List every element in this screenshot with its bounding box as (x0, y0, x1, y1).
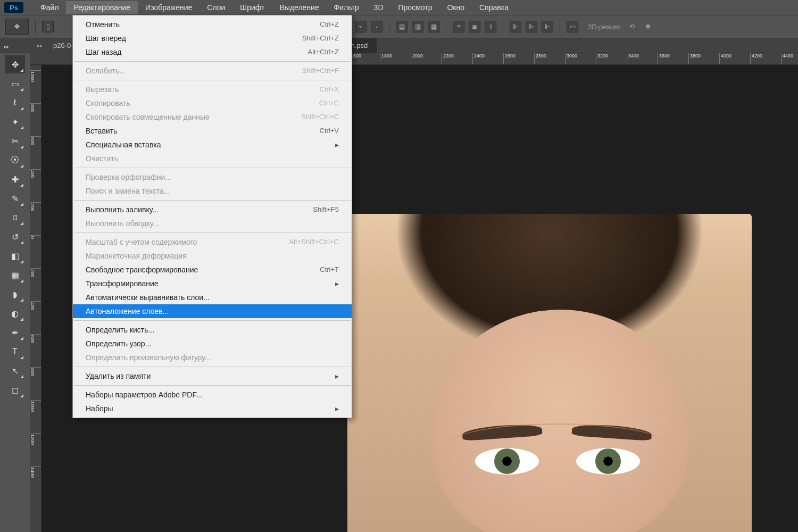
menu-item-shortcut: Alt+Ctrl+Z (307, 48, 339, 56)
menu-item[interactable]: Наборы параметров Adobe PDF... (73, 388, 352, 402)
panel-toggle-icon[interactable]: ▸▸ (0, 41, 13, 51)
menu-item: Поиск и замена текста... (73, 184, 352, 198)
menu-item[interactable]: Удалить из памяти (73, 369, 352, 383)
ruler-tick: 3800 (688, 53, 701, 65)
menu-item-label: Марионеточная деформация (86, 252, 187, 260)
menu-item[interactable]: Определить кисть... (73, 323, 352, 337)
blur-icon: ◗ (13, 289, 17, 300)
align-left-icon[interactable]: ▯ (42, 21, 54, 32)
menu-item-label: Отменить (86, 20, 120, 29)
eraser-tool[interactable]: ◧ (5, 247, 25, 265)
align-icon[interactable]: ▦ (428, 21, 439, 32)
stamp-tool[interactable]: ⌑ (5, 209, 25, 227)
menu-item[interactable]: ОтменитьCtrl+Z (73, 18, 352, 31)
ruler-tick: 1200 (30, 433, 41, 445)
crop-tool[interactable]: ✂ (5, 132, 25, 150)
distribute-icon[interactable]: ⊩ (542, 21, 553, 32)
shape-tool[interactable]: ◻ (5, 381, 25, 399)
separator (560, 20, 560, 34)
menu-item-label: Автоматически выравнивать слои... (86, 293, 210, 302)
ruler-tick: 2400 (472, 53, 485, 65)
ruler-tick: 600 (30, 136, 41, 145)
distribute-icon[interactable]: ≡ (453, 21, 464, 32)
menu-файл[interactable]: Файл (33, 1, 66, 14)
menu-слои[interactable]: Слои (200, 1, 232, 14)
brush-icon: ✎ (12, 194, 19, 204)
distribute-icon[interactable]: ⦀ (485, 21, 496, 32)
dodge-tool[interactable]: ◐ (5, 304, 25, 322)
menu-item: Масштаб с учетом содержимогоAlt+Shift+Ct… (73, 235, 352, 249)
blur-tool[interactable]: ◗ (5, 285, 25, 303)
menu-фильтр[interactable]: Фильтр (327, 1, 367, 14)
menu-item: Скопировать совмещенные данныеShift+Ctrl… (73, 110, 352, 124)
menu-item: Определить произвольную фигуру... (73, 351, 352, 364)
menu-выделение[interactable]: Выделение (272, 1, 326, 14)
dodge-icon: ◐ (11, 309, 19, 319)
edit-menu-dropdown: ОтменитьCtrl+ZШаг впередShift+Ctrl+ZШаг … (72, 15, 352, 418)
image-region (448, 423, 667, 466)
gradient-tool[interactable]: ▦ (5, 266, 25, 284)
tab-expand-icon[interactable]: ▸▸ (35, 43, 45, 48)
eyedropper-tool[interactable]: ⦿ (5, 151, 25, 169)
ruler-tick: 0 (30, 235, 41, 239)
pen-tool[interactable]: ✒ (5, 323, 25, 342)
move-icon: ✥ (12, 60, 19, 70)
align-icon[interactable]: ⫠ (371, 21, 383, 32)
menu-item[interactable]: Автоналожение слоев... (73, 304, 352, 318)
auto-align-icon[interactable]: ▭ (567, 21, 578, 32)
menu-item[interactable]: Трансформирование (73, 277, 352, 290)
menu-item-label: Выполнить обводку... (86, 219, 159, 228)
menu-справка[interactable]: Справка (472, 1, 516, 14)
menu-item-label: Вырезать (86, 85, 119, 94)
menu-item: Проверка орфографии... (73, 170, 352, 184)
separator (35, 20, 36, 34)
menu-item-label: Скопировать совмещенные данные (86, 113, 210, 121)
distribute-icon[interactable]: ≣ (469, 21, 480, 32)
menu-item[interactable]: Шаг впередShift+Ctrl+Z (73, 31, 352, 45)
menu-item[interactable]: Свободное трансформированиеCtrl+T (73, 263, 352, 277)
menu-item-label: Определить узор... (86, 339, 151, 348)
menu-item[interactable]: Автоматически выравнивать слои... (73, 290, 352, 304)
distribute-icon[interactable]: ⊫ (526, 21, 537, 32)
lasso-tool[interactable]: ℓ (5, 94, 25, 112)
align-icon[interactable]: ▥ (412, 21, 423, 32)
history-brush-tool[interactable]: ↺ (5, 228, 25, 246)
separator (503, 20, 503, 34)
menu-item[interactable]: Выполнить заливку...Shift+F5 (73, 203, 352, 217)
menu-item[interactable]: Специальная вставка (73, 138, 352, 152)
document-image (347, 214, 752, 532)
menu-item[interactable]: Наборы (73, 402, 352, 415)
wand-tool[interactable]: ✦ (5, 113, 25, 131)
ruler-tick: 800 (30, 103, 41, 112)
distribute-icon[interactable]: ⊪ (510, 21, 521, 32)
healing-tool[interactable]: ✚ (5, 170, 25, 188)
menu-item[interactable]: ВставитьCtrl+V (73, 124, 352, 138)
menu-item-label: Очистить (86, 154, 118, 163)
menu-item-shortcut: Ctrl+C (319, 99, 339, 107)
align-icon[interactable]: ⫟ (355, 21, 367, 32)
menu-item[interactable]: Определить узор... (73, 337, 352, 351)
brush-tool[interactable]: ✎ (5, 189, 25, 207)
marquee-tool[interactable]: ▭ (5, 74, 25, 93)
type-tool[interactable]: T (5, 343, 25, 361)
menu-просмотр[interactable]: Просмотр (391, 1, 440, 14)
align-icon[interactable]: ▤ (396, 21, 408, 32)
crop-icon: ✂ (12, 136, 19, 146)
menu-3d[interactable]: 3D (367, 1, 391, 14)
menu-редактирование[interactable]: Редактирование (66, 1, 138, 14)
menu-окно[interactable]: Окно (439, 1, 472, 14)
3d-orbit-icon[interactable]: ⟲ (626, 21, 638, 32)
current-tool-indicator[interactable]: ✥ (5, 19, 29, 35)
move-tool[interactable]: ✥ (5, 55, 25, 73)
menu-шрифт[interactable]: Шрифт (232, 1, 272, 14)
image-region (433, 310, 688, 532)
menu-item: СкопироватьCtrl+C (73, 96, 352, 110)
ruler-tick: 400 (30, 301, 41, 310)
menu-item-label: Выполнить заливку... (86, 205, 159, 214)
menu-изображение[interactable]: Изображение (138, 1, 200, 14)
menu-separator (74, 232, 351, 233)
menu-separator (74, 320, 351, 321)
path-select-tool[interactable]: ↖ (5, 362, 25, 380)
3d-pan-icon[interactable]: ✥ (642, 21, 654, 32)
menu-item[interactable]: Шаг назадAlt+Ctrl+Z (73, 45, 352, 59)
